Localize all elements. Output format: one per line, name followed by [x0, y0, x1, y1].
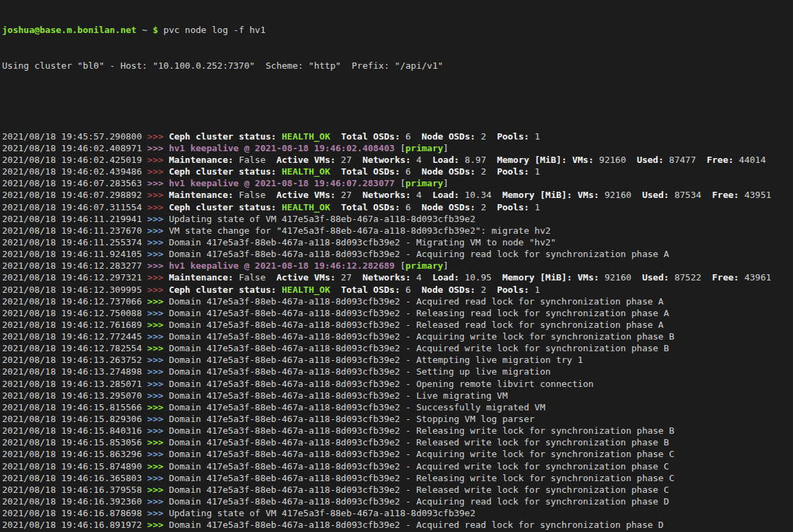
log-timestamp: 2021/08/18 19:46:13.274898 [2, 366, 147, 377]
log-segment: primary [405, 143, 443, 153]
log-line: 2021/08/18 19:46:12.750088 >>> Domain 41… [2, 307, 793, 319]
log-level-marker: >>> [147, 414, 168, 424]
log-line: 2021/08/18 19:46:15.840316 >>> Domain 41… [2, 425, 793, 436]
log-level-marker: >>> [147, 508, 168, 518]
log-line: 2021/08/18 19:46:12.737066 >>> Domain 41… [2, 296, 793, 307]
log-segment: Maintenance: [169, 190, 234, 200]
log-segment: 43951 [739, 190, 771, 200]
log-timestamp: 2021/08/18 19:46:15.829306 [2, 414, 147, 424]
log-segment: Domain 417e5a3f-88eb-467a-a118-8d093cfb3… [169, 402, 546, 412]
log-segment: primary [405, 261, 443, 271]
log-segment: Domain 417e5a3f-88eb-467a-a118-8d093cfb3… [169, 425, 675, 436]
log-timestamp: 2021/08/18 19:46:12.737066 [2, 296, 147, 307]
log-level-marker: >>> [147, 166, 168, 177]
log-segment: Load: [432, 155, 459, 165]
log-timestamp: 2021/08/18 19:46:12.761689 [2, 320, 147, 330]
log-line: 2021/08/18 19:46:16.392360 >>> Domain 41… [2, 496, 793, 507]
log-segment: 87534 [669, 190, 713, 200]
log-segment: 2 [476, 202, 497, 212]
log-segment: hv1 keepalive @ 2021-08-18 19:46:07.2830… [169, 178, 395, 188]
log-segment: HEALTH_OK [282, 285, 330, 295]
command-text: pvc node log -f hv1 [158, 25, 266, 35]
log-segment: Domain 417e5a3f-88eb-467a-a118-8d093cfb3… [169, 237, 557, 247]
log-segment: Updating state of VM 417e5a3f-88eb-467a-… [169, 508, 476, 518]
log-segment: ] [443, 261, 449, 271]
log-timestamp: 2021/08/18 19:46:02.408971 [2, 143, 147, 153]
log-level-marker: >>> [147, 285, 168, 295]
log-segment: ] [443, 178, 449, 188]
log-level-marker: >>> [147, 320, 168, 330]
log-timestamp: 2021/08/18 19:46:15.874890 [2, 461, 147, 472]
log-segment: Domain 417e5a3f-88eb-467a-a118-8d093cfb3… [169, 473, 675, 483]
log-segment: 8.97 [459, 155, 497, 165]
log-segment: [ [394, 178, 405, 188]
log-level-marker: >>> [147, 237, 168, 247]
log-segment: 1 [529, 131, 540, 142]
log-level-marker: >>> [147, 366, 168, 377]
log-segment: Used: [637, 155, 664, 165]
log-line: 2021/08/18 19:46:07.311554 >>> Ceph clus… [2, 201, 793, 213]
log-timestamp: 2021/08/18 19:46:16.365803 [2, 473, 147, 483]
log-timestamp: 2021/08/18 19:46:15.853056 [2, 437, 147, 447]
log-segment: Domain 417e5a3f-88eb-467a-a118-8d093cfb3… [169, 343, 669, 353]
log-line: 2021/08/18 19:46:16.365803 >>> Domain 41… [2, 472, 793, 484]
log-timestamp: 2021/08/18 19:46:13.295070 [2, 390, 147, 401]
log-segment: VM state change for "417e5a3f-88eb-467a-… [169, 225, 551, 236]
log-timestamp: 2021/08/18 19:46:16.392360 [2, 496, 147, 507]
log-timestamp: 2021/08/18 19:46:11.237670 [2, 225, 147, 236]
log-segment [572, 272, 578, 282]
log-segment: Domain 417e5a3f-88eb-467a-a118-8d093cfb3… [169, 308, 669, 318]
log-segment: Ceph cluster status: [169, 131, 277, 142]
log-line: 2021/08/18 19:46:12.309995 >>> Ceph clus… [2, 284, 793, 296]
log-segment: Domain 417e5a3f-88eb-467a-a118-8d093cfb3… [169, 390, 508, 401]
log-segment: Memory [MiB]: [502, 190, 572, 200]
log-timestamp: 2021/08/18 19:46:12.309995 [2, 285, 147, 295]
log-line: 2021/08/18 19:46:15.874890 >>> Domain 41… [2, 461, 793, 472]
log-level-marker: >>> [147, 473, 168, 483]
log-level-marker: >>> [147, 272, 168, 282]
log-segment: Total OSDs: [341, 202, 400, 212]
log-level-marker: >>> [147, 390, 168, 401]
log-segment: 4 [411, 190, 432, 200]
log-segment: 87477 [664, 155, 707, 165]
log-level-marker: >>> [147, 131, 168, 142]
log-segment: Domain 417e5a3f-88eb-467a-a118-8d093cfb3… [169, 496, 669, 507]
log-timestamp: 2021/08/18 19:46:15.815566 [2, 402, 147, 412]
log-line: 2021/08/18 19:46:11.237670 >>> VM state … [2, 225, 793, 236]
log-segment: False [234, 155, 277, 165]
log-level-marker: >>> [147, 485, 168, 495]
log-line: 2021/08/18 19:46:15.863296 >>> Domain 41… [2, 448, 793, 460]
log-timestamp: 2021/08/18 19:46:13.285071 [2, 379, 147, 389]
log-segment: VMs: [578, 190, 599, 200]
terminal[interactable]: joshua@base.m.bonilan.net ~ $ pvc node l… [0, 0, 793, 532]
log-segment [572, 190, 578, 200]
log-segment: 2 [476, 131, 497, 142]
log-line: 2021/08/18 19:46:11.219941 >>> Updating … [2, 213, 793, 225]
log-segment: HEALTH_OK [282, 202, 330, 212]
log-line: 2021/08/18 19:46:12.297321 >>> Maintenan… [2, 271, 793, 283]
log-line: 2021/08/18 19:46:12.782554 >>> Domain 41… [2, 342, 793, 354]
log-level-marker: >>> [147, 379, 168, 389]
log-segment: Memory [MiB]: [497, 155, 567, 165]
log-line: 2021/08/18 19:46:02.439486 >>> Ceph clus… [2, 166, 793, 177]
log-line: 2021/08/18 19:46:16.891972 >>> Domain 41… [2, 519, 793, 531]
log-segment: Node OSDs: [422, 166, 476, 177]
log-segment: Total OSDs: [341, 166, 400, 177]
log-timestamp: 2021/08/18 19:46:12.772445 [2, 331, 147, 342]
log-segment: Domain 417e5a3f-88eb-467a-a118-8d093cfb3… [169, 366, 551, 377]
log-segment: Used: [642, 190, 669, 200]
log-segment: Updating state of VM 417e5a3f-88eb-467a-… [169, 214, 476, 224]
log-line: 2021/08/18 19:46:16.379558 >>> Domain 41… [2, 484, 793, 496]
log-segment: 1 [529, 202, 540, 212]
log-line: 2021/08/18 19:46:11.924105 >>> Domain 41… [2, 248, 793, 260]
log-segment [330, 202, 341, 212]
log-segment: False [234, 190, 277, 200]
log-line: 2021/08/18 19:46:11.255374 >>> Domain 41… [2, 236, 793, 248]
log-segment [330, 285, 341, 295]
prompt-user-host: joshua@base.m.bonilan.net [2, 25, 137, 35]
log-segment: Domain 417e5a3f-88eb-467a-a118-8d093cfb3… [169, 249, 669, 259]
log-level-marker: >>> [147, 249, 168, 259]
log-segment: [ [394, 143, 405, 153]
log-segment: VMs: [578, 272, 599, 282]
log-segment: Load: [432, 190, 459, 200]
